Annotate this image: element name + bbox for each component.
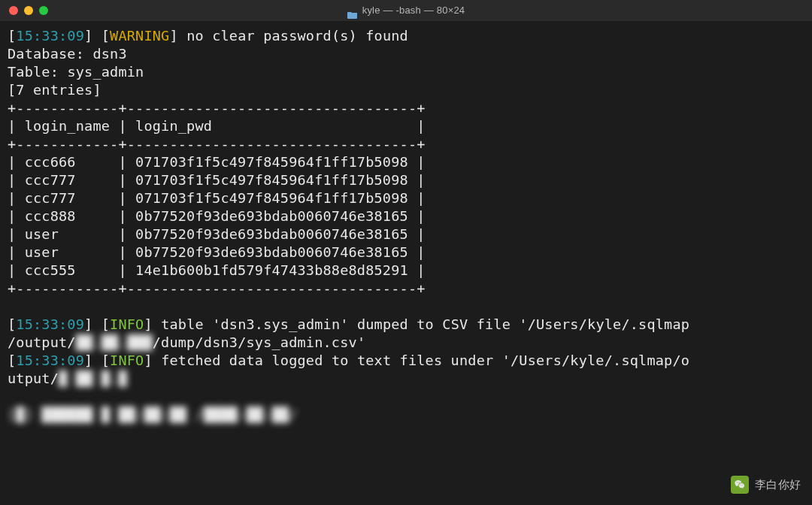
file-path: /Users/kyle/.sqlmap/o: [511, 352, 689, 368]
table-row: | ccc777 | 071703f1f5c497f845964f1ff17b5…: [8, 172, 426, 188]
file-path: /dump/dsn3/sys_admin.csv': [153, 334, 365, 350]
zoom-icon[interactable]: [39, 6, 48, 15]
table-label: Table:: [8, 64, 59, 80]
wechat-icon: [731, 476, 749, 494]
entries-count: [7 entries]: [8, 82, 102, 98]
redacted-prompt: [█] ██████ █ ██:██:██ /████-██-██/: [8, 407, 298, 422]
table-row: | ccc666 | 071703f1f5c497f845964f1ff17b5…: [8, 154, 426, 170]
db-name: dsn3: [92, 46, 126, 62]
table-row: | user | 0b77520f93de693bdab0060746e3816…: [8, 226, 426, 242]
table-border: +------------+--------------------------…: [8, 136, 426, 152]
close-icon[interactable]: [9, 6, 18, 15]
file-path: /output/: [8, 334, 76, 350]
log-text: table ': [161, 316, 220, 332]
log-level-info: INFO: [110, 352, 144, 368]
timestamp: 15:33:09: [16, 28, 84, 44]
log-level-warning: WARNING: [110, 28, 169, 44]
window-title-text: kyle — -bash — 80×24: [362, 2, 465, 20]
traffic-lights: [0, 6, 48, 15]
file-path: /Users/kyle/.sqlmap: [528, 316, 689, 332]
table-row: | user | 0b77520f93de693bdab0060746e3816…: [8, 244, 426, 260]
watermark: 李白你好: [731, 476, 801, 494]
db-label: Database:: [8, 46, 84, 62]
folder-icon: [347, 7, 358, 15]
table-header: | login_name | login_pwd |: [8, 118, 426, 134]
log-text: ' dumped to CSV file ': [340, 316, 527, 332]
redacted-text: █ ██ █.█: [59, 370, 127, 386]
table-border: +------------+--------------------------…: [8, 100, 426, 116]
table-row: | ccc555 | 14e1b600b1fd579f47433b88e8d85…: [8, 262, 426, 278]
terminal-window: kyle — -bash — 80×24 [15:33:09] [WARNING…: [0, 0, 812, 505]
table-ref: dsn3.sys_admin: [221, 316, 341, 332]
log-text: fetched data logged to text files under …: [161, 352, 511, 368]
titlebar: kyle — -bash — 80×24: [0, 0, 812, 21]
table-row: | ccc777 | 071703f1f5c497f845964f1ff17b5…: [8, 190, 426, 206]
redacted-text: ██.██.███: [76, 334, 153, 350]
log-level-info: INFO: [110, 316, 144, 332]
table-border: +------------+--------------------------…: [8, 280, 426, 296]
timestamp: 15:33:09: [16, 352, 84, 368]
timestamp: 15:33:09: [16, 316, 84, 332]
table-name: sys_admin: [67, 64, 144, 80]
table-row: | ccc888 | 0b77520f93de693bdab0060746e38…: [8, 208, 426, 224]
watermark-text: 李白你好: [755, 476, 801, 494]
log-message: no clear password(s) found: [186, 28, 408, 44]
minimize-icon[interactable]: [24, 6, 33, 15]
window-title: kyle — -bash — 80×24: [0, 2, 812, 20]
file-path: utput/: [8, 370, 59, 386]
terminal-body[interactable]: [15:33:09] [WARNING] no clear password(s…: [0, 21, 812, 424]
